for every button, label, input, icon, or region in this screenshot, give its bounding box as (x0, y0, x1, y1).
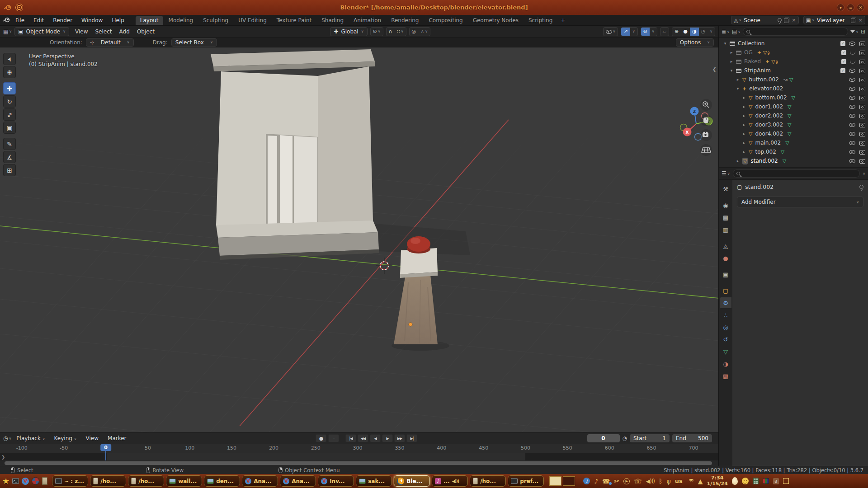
outliner-row-door2.002[interactable]: ▸ ▽ door2.002 ▽ (719, 111, 868, 120)
tool-measure[interactable]: ∡ (3, 151, 16, 163)
next-keyframe-button[interactable]: ▶▶ (394, 434, 405, 442)
tray-info-icon[interactable]: i (583, 478, 590, 484)
tool-move[interactable]: ✚ (3, 82, 16, 94)
timeline-menu-playback[interactable]: Playback ∨ (12, 434, 49, 442)
blender-menu-icon[interactable] (3, 16, 10, 24)
expand-caret[interactable]: ▸ (741, 122, 747, 127)
viewport-menu-select[interactable]: Select (92, 28, 115, 36)
hide-eye-icon[interactable] (849, 158, 855, 164)
new-collection-button[interactable]: ⊞ (861, 28, 865, 35)
hidden-eye-icon[interactable] (850, 52, 855, 55)
prev-keyframe-button[interactable]: ◀◀ (358, 434, 368, 442)
outliner-row-OG[interactable]: ▸ OG +▽9 ✓ (719, 48, 868, 57)
outliner-row-StripAnim[interactable]: ▾ StripAnim ✓ (719, 66, 868, 75)
taskbar-window-Ana[interactable]: V Ana... (280, 475, 316, 487)
tab-animation[interactable]: Animation (349, 16, 386, 25)
tray-bluetooth-icon[interactable]: ᛒ (659, 478, 662, 485)
expand-caret[interactable]: ▸ (741, 131, 747, 136)
add-workspace-button[interactable]: + (558, 16, 568, 25)
tray-speaker-icon[interactable]: ◀))) (646, 478, 655, 484)
viewport-3d[interactable]: Z Y X (0, 47, 718, 432)
outliner-editor-type-button[interactable]: ≣∨ (722, 28, 730, 35)
sidebar-toggle-arrow[interactable]: ❮ (712, 66, 717, 72)
taskbar-window-ho[interactable]: /ho... (90, 475, 126, 487)
window-menu-button[interactable]: ≡ (847, 4, 854, 11)
current-frame-field[interactable]: 0 (587, 434, 620, 442)
new-scene-icon[interactable] (784, 18, 789, 23)
outliner-row-elevator.002[interactable]: ▾ + elevator.002 (719, 84, 868, 93)
properties-tab-view-layer[interactable]: ▥ (720, 224, 731, 235)
tray-window-outline-icon[interactable] (783, 478, 789, 484)
drag-setting-dropdown[interactable]: Select Box ∨ (171, 38, 217, 47)
transform-orientation-dropdown[interactable]: ✚ Global ∨ (330, 27, 367, 36)
render-camera-icon[interactable] (859, 86, 865, 91)
close-button[interactable]: ✕ (857, 4, 864, 11)
expand-caret[interactable]: ▸ (741, 104, 747, 109)
taskbar-window-den[interactable]: den... (204, 475, 240, 487)
expand-caret[interactable]: ▸ (729, 59, 734, 64)
shading-wireframe-button[interactable]: ⊕ (672, 27, 681, 36)
shading-solid-button[interactable]: ● (681, 27, 690, 36)
expand-caret[interactable]: ▾ (729, 68, 734, 73)
shading-dropdown[interactable]: ∨ (708, 27, 715, 36)
new-viewlayer-icon[interactable] (851, 18, 856, 23)
outliner-search-input[interactable] (743, 28, 848, 36)
expand-caret[interactable]: ▸ (735, 77, 741, 82)
frame-start-field[interactable]: Start 1 (630, 434, 670, 442)
properties-tab-material[interactable]: ◑ (720, 358, 731, 369)
tray-keyboard-layout-icon[interactable]: us (675, 478, 683, 484)
scrollbar-thumb[interactable] (5, 461, 712, 465)
tool-transform[interactable]: ▣ (3, 122, 16, 134)
tray-caret-up-icon[interactable]: ▲ (698, 478, 703, 485)
render-camera-icon[interactable] (859, 68, 865, 73)
expand-caret[interactable]: ▸ (741, 150, 747, 154)
taskbar-window-ho[interactable]: /ho... (128, 475, 164, 487)
tray-scissors-icon[interactable]: ✂ (614, 478, 620, 485)
properties-search-input[interactable] (733, 169, 860, 178)
zoom-button[interactable] (700, 99, 712, 111)
timeline-track[interactable] (0, 453, 718, 460)
selectability-checkbox[interactable]: ✓ (840, 68, 845, 73)
tray-phone-icon[interactable]: ☏ (634, 478, 642, 485)
snap-toggle[interactable]: ∩ (387, 27, 395, 36)
timeline-expand-arrow[interactable]: ❯ (1, 455, 5, 460)
taskbar-window-Ana[interactable]: V Ana... (242, 475, 278, 487)
taskbar-window-music[interactable]: ♪ ...◀))) (432, 475, 468, 487)
media-player-launcher-icon[interactable]: V (22, 478, 29, 485)
workspace-1[interactable] (549, 476, 561, 486)
taskbar-window-Ble[interactable]: Ble... (394, 475, 430, 487)
hidden-eye-icon[interactable] (850, 61, 855, 64)
selectability-checkbox[interactable]: ✓ (840, 41, 845, 46)
menu-file[interactable]: File (11, 16, 28, 24)
current-frame-badge[interactable]: 0 (100, 444, 111, 451)
render-camera-icon[interactable] (859, 122, 865, 127)
outliner-row-stand.002[interactable]: ▸ ▽ stand.002 ▽ (719, 156, 868, 165)
taskbar-window-sak[interactable]: sak... (356, 475, 392, 487)
hide-eye-icon[interactable] (849, 140, 855, 145)
timeline-scrollbar[interactable] (0, 460, 718, 466)
tray-music-note-icon[interactable]: ♪ (594, 478, 598, 485)
pin-icon[interactable] (859, 185, 863, 189)
outliner-row-door1.002[interactable]: ▸ ▽ door1.002 ▽ (719, 102, 868, 111)
properties-tab-texture[interactable]: ▩ (720, 371, 731, 381)
expand-caret[interactable]: ▸ (741, 141, 747, 145)
proportional-editing-toggle[interactable]: ◎ (410, 27, 419, 36)
timeline-editor-type-button[interactable]: ◷∨ (3, 435, 11, 441)
remove-viewlayer-icon[interactable]: × (859, 17, 863, 23)
add-modifier-button[interactable]: Add Modifier ∨ (737, 197, 863, 207)
expand-caret[interactable]: ▸ (735, 159, 741, 163)
auto-key-record-button[interactable]: ● (316, 434, 326, 442)
outliner-row-main.002[interactable]: ▸ ▽ main.002 ▽ (719, 138, 868, 147)
render-camera-icon[interactable] (859, 59, 865, 64)
render-camera-icon[interactable] (859, 77, 865, 82)
properties-tab-modifiers[interactable]: ⚙ (720, 297, 731, 308)
viewport-menu-add[interactable]: Add (116, 28, 133, 36)
render-camera-icon[interactable] (859, 140, 865, 145)
tab-texture-paint[interactable]: Texture Paint (272, 16, 316, 25)
menu-star-icon[interactable]: ★ (2, 476, 9, 486)
tool-cursor[interactable]: ⊕ (3, 66, 16, 78)
render-camera-icon[interactable] (859, 41, 865, 46)
unlink-scene-icon[interactable]: × (792, 17, 796, 23)
properties-tab-constraints[interactable]: ↺ (720, 334, 731, 345)
xray-toggle[interactable]: ▱ (660, 27, 669, 36)
